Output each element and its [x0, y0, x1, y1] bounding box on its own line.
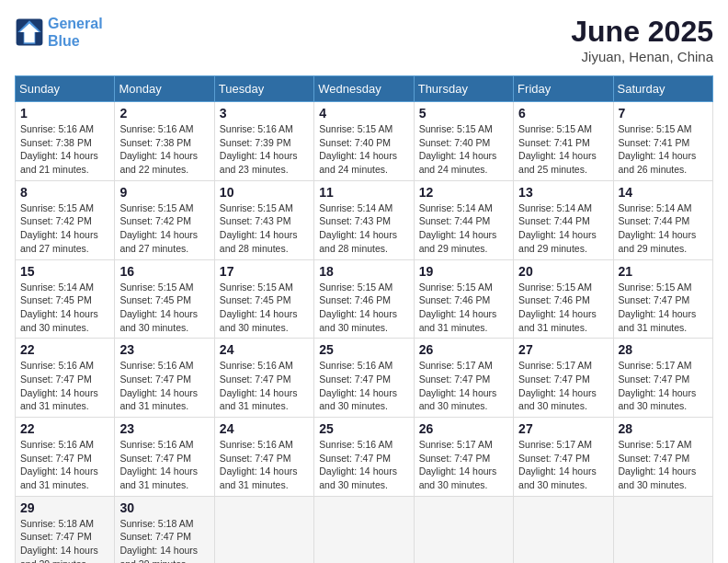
calendar-table: SundayMondayTuesdayWednesdayThursdayFrid… [15, 75, 713, 563]
day-info: Sunrise: 5:16 AMSunset: 7:39 PMDaylight:… [220, 122, 309, 177]
day-number: 26 [419, 342, 508, 357]
weekday-header: Saturday [613, 76, 712, 102]
calendar-cell: 2Sunrise: 5:16 AMSunset: 7:38 PMDaylight… [115, 102, 214, 181]
day-info: Sunrise: 5:15 AMSunset: 7:46 PMDaylight:… [319, 281, 408, 335]
day-info: Sunrise: 5:15 AMSunset: 7:40 PMDaylight:… [419, 122, 508, 177]
calendar-cell: 7Sunrise: 5:15 AMSunset: 7:41 PMDaylight… [613, 102, 712, 181]
calendar-cell: 26Sunrise: 5:17 AMSunset: 7:47 PMDayligh… [414, 418, 513, 497]
weekday-header: Tuesday [214, 76, 313, 102]
calendar-cell: 8Sunrise: 5:15 AMSunset: 7:42 PMDaylight… [16, 180, 115, 259]
calendar-cell: 13Sunrise: 5:14 AMSunset: 7:44 PMDayligh… [514, 180, 613, 259]
weekday-header-row: SundayMondayTuesdayWednesdayThursdayFrid… [16, 76, 713, 102]
calendar-cell: 29Sunrise: 5:18 AMSunset: 7:47 PMDayligh… [16, 496, 115, 563]
day-number: 22 [20, 342, 109, 357]
calendar-cell: 22Sunrise: 5:16 AMSunset: 7:47 PMDayligh… [16, 339, 115, 418]
calendar-cell [214, 496, 313, 563]
day-info: Sunrise: 5:17 AMSunset: 7:47 PMDaylight:… [619, 438, 708, 492]
day-number: 17 [220, 264, 309, 279]
title-section: June 2025 Jiyuan, Henan, China [571, 15, 713, 64]
calendar-cell: 11Sunrise: 5:14 AMSunset: 7:43 PMDayligh… [314, 180, 414, 259]
day-info: Sunrise: 5:16 AMSunset: 7:47 PMDaylight:… [220, 438, 309, 492]
weekday-header: Wednesday [314, 76, 414, 102]
calendar-cell: 23Sunrise: 5:16 AMSunset: 7:47 PMDayligh… [115, 339, 214, 418]
day-info: Sunrise: 5:15 AMSunset: 7:40 PMDaylight:… [319, 122, 408, 177]
day-info: Sunrise: 5:16 AMSunset: 7:47 PMDaylight:… [20, 438, 109, 492]
day-info: Sunrise: 5:16 AMSunset: 7:47 PMDaylight:… [119, 438, 209, 492]
day-number: 2 [119, 106, 209, 121]
day-number: 14 [619, 185, 708, 200]
calendar-cell: 24Sunrise: 5:16 AMSunset: 7:47 PMDayligh… [214, 339, 313, 418]
calendar-cell: 16Sunrise: 5:15 AMSunset: 7:45 PMDayligh… [115, 259, 214, 339]
day-number: 23 [119, 421, 209, 436]
day-number: 21 [619, 264, 708, 279]
day-info: Sunrise: 5:18 AMSunset: 7:47 PMDaylight:… [20, 517, 109, 563]
day-info: Sunrise: 5:14 AMSunset: 7:44 PMDaylight:… [419, 201, 508, 256]
calendar-cell [613, 496, 712, 563]
day-number: 4 [319, 106, 408, 121]
day-info: Sunrise: 5:16 AMSunset: 7:47 PMDaylight:… [220, 359, 309, 413]
day-info: Sunrise: 5:16 AMSunset: 7:38 PMDaylight:… [20, 122, 109, 177]
day-info: Sunrise: 5:16 AMSunset: 7:47 PMDaylight:… [119, 359, 209, 413]
calendar-cell: 18Sunrise: 5:15 AMSunset: 7:46 PMDayligh… [314, 259, 414, 339]
calendar-week-row: 22Sunrise: 5:16 AMSunset: 7:47 PMDayligh… [16, 418, 713, 497]
calendar-cell: 10Sunrise: 5:15 AMSunset: 7:43 PMDayligh… [214, 180, 313, 259]
day-number: 28 [619, 342, 708, 357]
day-number: 26 [419, 421, 508, 436]
calendar-cell [414, 496, 513, 563]
calendar-week-row: 1Sunrise: 5:16 AMSunset: 7:38 PMDaylight… [16, 102, 713, 181]
calendar-cell: 3Sunrise: 5:16 AMSunset: 7:39 PMDaylight… [214, 102, 313, 181]
calendar-cell: 14Sunrise: 5:14 AMSunset: 7:44 PMDayligh… [613, 180, 712, 259]
day-info: Sunrise: 5:17 AMSunset: 7:47 PMDaylight:… [518, 438, 608, 492]
day-number: 8 [20, 185, 109, 200]
calendar-cell: 28Sunrise: 5:17 AMSunset: 7:47 PMDayligh… [613, 418, 712, 497]
calendar-cell: 15Sunrise: 5:14 AMSunset: 7:45 PMDayligh… [16, 259, 115, 339]
day-number: 28 [619, 421, 708, 436]
day-info: Sunrise: 5:16 AMSunset: 7:47 PMDaylight:… [319, 359, 408, 413]
day-info: Sunrise: 5:17 AMSunset: 7:47 PMDaylight:… [419, 359, 508, 413]
day-info: Sunrise: 5:18 AMSunset: 7:47 PMDaylight:… [119, 517, 209, 563]
day-info: Sunrise: 5:16 AMSunset: 7:47 PMDaylight:… [319, 438, 408, 492]
main-title: June 2025 [571, 15, 713, 49]
calendar-cell: 9Sunrise: 5:15 AMSunset: 7:42 PMDaylight… [115, 180, 214, 259]
calendar-week-row: 8Sunrise: 5:15 AMSunset: 7:42 PMDaylight… [16, 180, 713, 259]
day-info: Sunrise: 5:15 AMSunset: 7:43 PMDaylight:… [220, 201, 309, 256]
day-number: 24 [220, 342, 309, 357]
calendar-week-row: 15Sunrise: 5:14 AMSunset: 7:45 PMDayligh… [16, 259, 713, 339]
day-info: Sunrise: 5:14 AMSunset: 7:44 PMDaylight:… [518, 201, 608, 256]
day-info: Sunrise: 5:15 AMSunset: 7:41 PMDaylight:… [518, 122, 608, 177]
day-number: 5 [419, 106, 508, 121]
calendar-cell: 17Sunrise: 5:15 AMSunset: 7:45 PMDayligh… [214, 259, 313, 339]
day-info: Sunrise: 5:15 AMSunset: 7:47 PMDaylight:… [619, 281, 708, 335]
calendar-cell [314, 496, 414, 563]
day-number: 12 [419, 185, 508, 200]
calendar-cell: 4Sunrise: 5:15 AMSunset: 7:40 PMDaylight… [314, 102, 414, 181]
weekday-header: Sunday [16, 76, 115, 102]
day-info: Sunrise: 5:15 AMSunset: 7:42 PMDaylight:… [119, 201, 209, 256]
calendar-week-row: 22Sunrise: 5:16 AMSunset: 7:47 PMDayligh… [16, 339, 713, 418]
day-number: 15 [20, 264, 109, 279]
page-header: General Blue June 2025 Jiyuan, Henan, Ch… [15, 15, 713, 64]
day-number: 16 [119, 264, 209, 279]
day-number: 20 [518, 264, 608, 279]
calendar-week-row: 29Sunrise: 5:18 AMSunset: 7:47 PMDayligh… [16, 496, 713, 563]
day-number: 25 [319, 421, 408, 436]
day-info: Sunrise: 5:15 AMSunset: 7:41 PMDaylight:… [619, 122, 708, 177]
calendar-cell: 28Sunrise: 5:17 AMSunset: 7:47 PMDayligh… [613, 339, 712, 418]
calendar-cell: 27Sunrise: 5:17 AMSunset: 7:47 PMDayligh… [514, 339, 613, 418]
logo: General Blue [15, 15, 103, 50]
day-info: Sunrise: 5:15 AMSunset: 7:46 PMDaylight:… [419, 281, 508, 335]
day-number: 25 [319, 342, 408, 357]
weekday-header: Friday [514, 76, 613, 102]
day-info: Sunrise: 5:14 AMSunset: 7:43 PMDaylight:… [319, 201, 408, 256]
day-number: 23 [119, 342, 209, 357]
calendar-cell: 19Sunrise: 5:15 AMSunset: 7:46 PMDayligh… [414, 259, 513, 339]
day-info: Sunrise: 5:17 AMSunset: 7:47 PMDaylight:… [619, 359, 708, 413]
day-number: 18 [319, 264, 408, 279]
day-info: Sunrise: 5:15 AMSunset: 7:46 PMDaylight:… [518, 281, 608, 335]
day-number: 1 [20, 106, 109, 121]
day-number: 7 [619, 106, 708, 121]
calendar-cell: 24Sunrise: 5:16 AMSunset: 7:47 PMDayligh… [214, 418, 313, 497]
logo-text: General Blue [48, 15, 103, 50]
calendar-cell: 20Sunrise: 5:15 AMSunset: 7:46 PMDayligh… [514, 259, 613, 339]
day-info: Sunrise: 5:16 AMSunset: 7:47 PMDaylight:… [20, 359, 109, 413]
